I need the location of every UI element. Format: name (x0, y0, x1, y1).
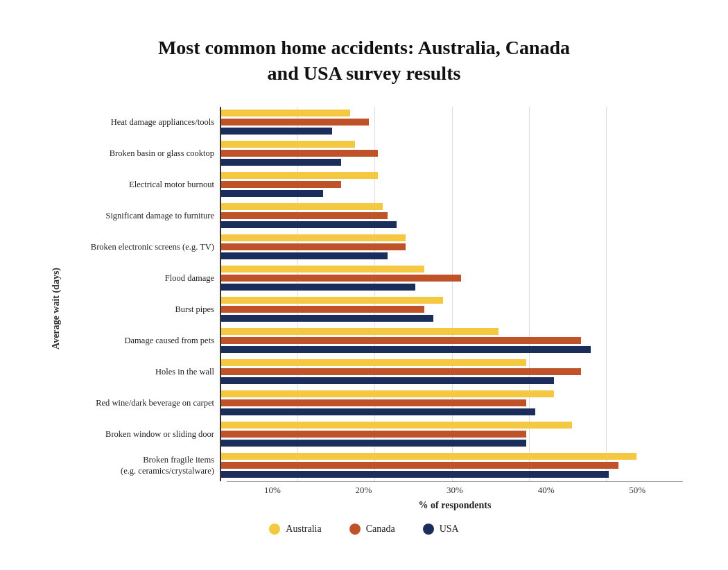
bar-canada (221, 399, 526, 406)
bar-group (221, 325, 683, 356)
bar-australia (221, 141, 355, 148)
bar-australia (221, 172, 378, 179)
bar-row-canada (221, 399, 683, 406)
bar-row-australia (221, 172, 683, 179)
y-axis-label: Average wait (days) (45, 268, 62, 349)
bar-australia (221, 203, 383, 210)
bar-canada (221, 212, 388, 219)
bar-row-canada (221, 212, 683, 219)
bar-row-usa (221, 284, 683, 291)
category-label: Flood damage (62, 264, 214, 292)
legend-item-canada: Canada (349, 524, 395, 535)
bar-canada (221, 462, 618, 469)
bar-row-canada (221, 150, 683, 157)
legend-item-usa: USA (423, 524, 459, 535)
bar-usa (221, 128, 332, 135)
bar-canada (221, 306, 424, 313)
bar-australia (221, 453, 636, 460)
bar-row-australia (221, 453, 683, 460)
bar-row-usa (221, 440, 683, 447)
category-label: Electrical motor burnout (62, 171, 214, 198)
bar-usa (221, 440, 526, 447)
bar-row-canada (221, 119, 683, 126)
category-label: Burst pipes (62, 295, 214, 323)
bar-row-usa (221, 471, 683, 478)
bar-row-australia (221, 359, 683, 366)
x-axis-label: % of respondents (227, 500, 683, 511)
bar-canada (221, 337, 581, 344)
bar-australia (221, 297, 443, 304)
chart-body: Heat damage appliances/toolsBroken basin… (62, 107, 683, 511)
category-label: Red wine/dark beverage on carpet (62, 389, 214, 417)
legend-dot-usa (423, 524, 434, 535)
bar-canada (221, 275, 461, 282)
bar-group (221, 263, 683, 294)
bar-row-australia (221, 297, 683, 304)
x-tick: 30% (409, 485, 501, 496)
bar-row-usa (221, 159, 683, 166)
legend-dot-canada (349, 524, 361, 535)
bar-australia (221, 328, 499, 335)
bar-group (221, 356, 683, 388)
bar-row-australia (221, 390, 683, 397)
bar-usa (221, 346, 591, 353)
bar-canada (221, 431, 526, 438)
bar-group (221, 294, 683, 325)
category-label: Heat damage appliances/tools (62, 108, 214, 136)
category-label: Broken basin or glass cooktop (62, 139, 214, 167)
bar-row-australia (221, 141, 683, 148)
bar-row-australia (221, 110, 683, 116)
bar-usa (221, 190, 323, 197)
bar-usa (221, 252, 388, 259)
bar-row-canada (221, 181, 683, 188)
chart-title: Most common home accidents: Australia, C… (45, 35, 683, 86)
bar-usa (221, 377, 554, 384)
category-label: Broken window or sliding door (62, 420, 214, 448)
bar-group (221, 450, 683, 481)
bar-canada (221, 368, 581, 375)
bar-usa (221, 315, 433, 322)
bar-row-canada (221, 275, 683, 282)
bar-australia (221, 234, 406, 241)
bar-canada (221, 150, 378, 157)
bar-row-usa (221, 190, 683, 197)
bar-row-australia (221, 422, 683, 429)
bar-usa (221, 221, 397, 228)
bar-group (221, 138, 683, 169)
bar-canada (221, 119, 369, 126)
category-label: Holes in the wall (62, 358, 214, 386)
bar-row-usa (221, 252, 683, 259)
bar-australia (221, 422, 572, 429)
bar-group (221, 200, 683, 232)
legend-label-canada: Canada (366, 524, 395, 535)
bar-row-usa (221, 221, 683, 228)
chart-area: Average wait (days) Heat damage applianc… (45, 107, 683, 511)
bar-row-australia (221, 328, 683, 335)
bar-row-canada (221, 368, 683, 375)
legend-label-usa: USA (440, 524, 459, 535)
bar-australia (221, 110, 350, 116)
bar-row-canada (221, 243, 683, 250)
bar-row-canada (221, 431, 683, 438)
bar-australia (221, 266, 424, 273)
x-tick: 10% (227, 485, 318, 496)
bar-australia (221, 390, 554, 397)
bar-row-usa (221, 346, 683, 353)
x-tick: 50% (591, 485, 683, 496)
x-tick: 40% (501, 485, 592, 496)
chart-container: Most common home accidents: Australia, C… (24, 21, 704, 549)
bar-usa (221, 159, 341, 166)
bar-group (221, 232, 683, 263)
bar-row-usa (221, 377, 683, 384)
bar-row-australia (221, 203, 683, 210)
bar-canada (221, 181, 341, 188)
bar-row-usa (221, 315, 683, 322)
legend-label-australia: Australia (286, 524, 321, 535)
category-label: Broken fragile items(e.g. ceramics/cryst… (62, 451, 214, 480)
bar-canada (221, 243, 406, 250)
bar-group (221, 388, 683, 419)
x-axis: 10%20%30%40%50% (227, 481, 683, 496)
bar-group (221, 169, 683, 200)
bar-row-canada (221, 462, 683, 469)
bar-australia (221, 359, 526, 366)
